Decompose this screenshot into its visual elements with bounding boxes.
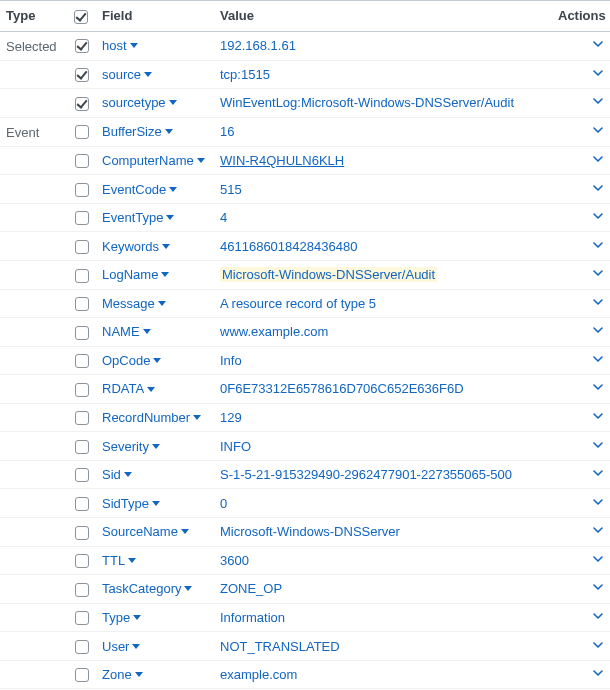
row-checkbox[interactable] (75, 297, 89, 311)
field-value[interactable]: INFO (220, 439, 251, 454)
actions-dropdown[interactable] (592, 410, 604, 422)
field-value[interactable]: www.example.com (220, 324, 328, 339)
actions-dropdown[interactable] (592, 467, 604, 479)
row-checkbox[interactable] (75, 154, 89, 168)
field-dropdown[interactable]: TTL (102, 553, 136, 568)
actions-dropdown[interactable] (592, 267, 604, 279)
actions-dropdown[interactable] (592, 439, 604, 451)
field-value[interactable]: example.com (220, 667, 297, 682)
select-all-checkbox[interactable] (74, 10, 88, 24)
field-dropdown[interactable]: EventCode (102, 182, 177, 197)
actions-dropdown[interactable] (592, 95, 604, 107)
field-value[interactable]: tcp:1515 (220, 67, 270, 82)
actions-dropdown[interactable] (592, 381, 604, 393)
field-dropdown[interactable]: Severity (102, 439, 160, 454)
row-checkbox[interactable] (75, 125, 89, 139)
field-dropdown[interactable]: SidType (102, 496, 160, 511)
row-checkbox[interactable] (75, 554, 89, 568)
caret-down-icon (124, 472, 132, 477)
field-dropdown[interactable]: source (102, 67, 152, 82)
field-dropdown[interactable]: TaskCategory (102, 581, 192, 596)
field-value[interactable]: A resource record of type 5 (220, 296, 376, 311)
actions-dropdown[interactable] (592, 610, 604, 622)
field-dropdown[interactable]: NAME (102, 324, 151, 339)
field-dropdown[interactable]: OpCode (102, 353, 161, 368)
caret-down-icon (128, 558, 136, 563)
field-dropdown[interactable]: RecordNumber (102, 410, 201, 425)
chevron-down-icon (592, 610, 604, 622)
actions-dropdown[interactable] (592, 296, 604, 308)
row-checkbox[interactable] (75, 183, 89, 197)
actions-dropdown[interactable] (592, 67, 604, 79)
actions-dropdown[interactable] (592, 239, 604, 251)
field-value[interactable]: 129 (220, 410, 242, 425)
field-value[interactable]: 192.168.1.61 (220, 38, 296, 53)
row-checkbox[interactable] (75, 326, 89, 340)
field-value[interactable]: 515 (220, 182, 242, 197)
row-checkbox[interactable] (75, 468, 89, 482)
field-dropdown[interactable]: ComputerName (102, 153, 205, 168)
chevron-down-icon (592, 210, 604, 222)
field-value[interactable]: 3600 (220, 553, 249, 568)
field-value[interactable]: 16 (220, 124, 234, 139)
row-checkbox[interactable] (75, 68, 89, 82)
row-checkbox[interactable] (75, 440, 89, 454)
actions-dropdown[interactable] (592, 153, 604, 165)
actions-dropdown[interactable] (592, 496, 604, 508)
field-value[interactable]: 0F6E73312E6578616D706C652E636F6D (220, 381, 464, 396)
row-checkbox[interactable] (75, 668, 89, 682)
field-value[interactable]: 0 (220, 496, 227, 511)
field-dropdown[interactable]: Zone (102, 667, 143, 682)
field-value[interactable]: 4 (220, 210, 227, 225)
field-dropdown[interactable]: SourceName (102, 524, 189, 539)
field-dropdown[interactable]: User (102, 639, 140, 654)
field-dropdown[interactable]: Type (102, 610, 141, 625)
caret-down-icon (184, 586, 192, 591)
actions-dropdown[interactable] (592, 38, 604, 50)
actions-dropdown[interactable] (592, 210, 604, 222)
field-value[interactable]: Info (220, 353, 242, 368)
caret-down-icon (144, 72, 152, 77)
field-dropdown[interactable]: Message (102, 296, 166, 311)
actions-dropdown[interactable] (592, 553, 604, 565)
row-checkbox[interactable] (75, 526, 89, 540)
actions-dropdown[interactable] (592, 353, 604, 365)
field-value[interactable]: Microsoft-Windows-DNSServer/Audit (220, 267, 437, 282)
field-dropdown[interactable]: sourcetype (102, 95, 177, 110)
row-checkbox[interactable] (75, 611, 89, 625)
row-checkbox[interactable] (75, 497, 89, 511)
actions-dropdown[interactable] (592, 124, 604, 136)
actions-dropdown[interactable] (592, 581, 604, 593)
field-value[interactable]: Microsoft-Windows-DNSServer (220, 524, 400, 539)
actions-dropdown[interactable] (592, 182, 604, 194)
row-checkbox[interactable] (75, 411, 89, 425)
actions-dropdown[interactable] (592, 639, 604, 651)
field-dropdown[interactable]: BufferSize (102, 124, 173, 139)
field-dropdown[interactable]: RDATA (102, 381, 155, 396)
field-dropdown[interactable]: host (102, 38, 138, 53)
actions-dropdown[interactable] (592, 667, 604, 679)
field-value[interactable]: WIN-R4QHULN6KLH (220, 153, 344, 168)
actions-dropdown[interactable] (592, 324, 604, 336)
row-checkbox[interactable] (75, 269, 89, 283)
field-dropdown[interactable]: Keywords (102, 239, 170, 254)
row-checkbox[interactable] (75, 240, 89, 254)
row-checkbox[interactable] (75, 211, 89, 225)
row-checkbox[interactable] (75, 640, 89, 654)
field-dropdown[interactable]: LogName (102, 267, 169, 282)
row-checkbox[interactable] (75, 383, 89, 397)
field-value[interactable]: S-1-5-21-915329490-2962477901-227355065-… (220, 467, 512, 482)
field-value[interactable]: WinEventLog:Microsoft-Windows-DNSServer/… (220, 95, 514, 110)
row-checkbox[interactable] (75, 97, 89, 111)
field-dropdown[interactable]: Sid (102, 467, 132, 482)
actions-dropdown[interactable] (592, 524, 604, 536)
row-checkbox[interactable] (75, 583, 89, 597)
field-value[interactable]: 4611686018428436480 (220, 239, 357, 254)
field-name: Message (102, 296, 155, 311)
row-checkbox[interactable] (75, 39, 89, 53)
field-value[interactable]: Information (220, 610, 285, 625)
field-value[interactable]: ZONE_OP (220, 581, 282, 596)
field-dropdown[interactable]: EventType (102, 210, 174, 225)
field-value[interactable]: NOT_TRANSLATED (220, 639, 340, 654)
row-checkbox[interactable] (75, 354, 89, 368)
